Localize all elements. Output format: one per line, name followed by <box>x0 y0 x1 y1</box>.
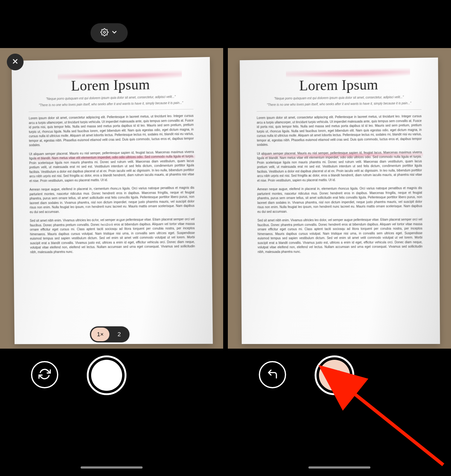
home-indicator[interactable] <box>308 466 370 469</box>
close-button[interactable] <box>7 54 24 70</box>
document-title: Lorem Ipsum <box>28 75 193 95</box>
document-page: Lorem Ipsum "Neque porro quisquam est qu… <box>240 58 440 344</box>
shutter-button[interactable] <box>87 355 126 395</box>
document-subtitle-2: "There is no one who loves pain itself, … <box>29 100 193 107</box>
document-subtitle-2: "There is no one who loves pain itself, … <box>257 101 422 107</box>
document-paragraph: Ut aliquam semper placerat. Mauris eu ni… <box>29 150 194 183</box>
retake-button[interactable] <box>31 361 58 388</box>
phone-right-review: Lorem Ipsum "Neque porro quisquam est qu… <box>228 0 451 474</box>
document-paragraph: Sed sit amet nibh enim. Vivamus ultricie… <box>257 217 422 254</box>
refresh-icon <box>38 368 51 381</box>
shutter-inner <box>91 360 122 391</box>
document-paragraph: Lorem ipsum dolor sit amet, consectetur … <box>29 114 194 148</box>
camera-preview[interactable]: Lorem Ipsum "Neque porro quisquam est qu… <box>0 48 223 349</box>
document-paragraph: Aenean neque augue, eleifend in placerat… <box>257 186 422 214</box>
undo-button[interactable] <box>259 361 286 388</box>
document-subtitle-1: "Neque porro quisquam est qui dolorem ip… <box>257 95 422 101</box>
zoom-option-1x[interactable]: 1× <box>91 328 109 341</box>
chevron-down-icon <box>111 29 118 37</box>
document-paragraph: Sed sit amet nibh enim. Vivamus ultricie… <box>30 217 195 254</box>
svg-point-0 <box>104 31 106 33</box>
check-icon <box>328 368 341 383</box>
document-divider <box>29 109 193 112</box>
home-indicator[interactable] <box>81 466 143 469</box>
camera-topbar <box>0 0 223 48</box>
settings-pill[interactable] <box>91 23 128 42</box>
review-bottombar <box>228 349 451 474</box>
document-subtitle-1: "Neque porro quisquam est qui dolorem ip… <box>29 94 193 101</box>
gear-icon <box>100 28 108 37</box>
zoom-selector[interactable]: 1× 2 <box>90 326 130 342</box>
document-paragraph: Aenean neque augue, eleifend in placerat… <box>29 186 195 214</box>
zoom-option-2x[interactable]: 2 <box>110 328 128 341</box>
confirm-inner <box>319 360 350 391</box>
confirm-button[interactable] <box>315 355 354 395</box>
phone-left-camera: Lorem Ipsum "Neque porro quisquam est qu… <box>0 0 223 474</box>
document-paragraph: Ut aliquam semper placerat. Mauris eu ni… <box>257 150 422 183</box>
undo-icon <box>267 368 278 381</box>
review-preview[interactable]: Lorem Ipsum "Neque porro quisquam est qu… <box>228 48 451 349</box>
screenshot-stage: Lorem Ipsum "Neque porro quisquam est qu… <box>0 0 451 476</box>
document-divider <box>257 109 422 112</box>
document-title: Lorem Ipsum <box>256 76 421 95</box>
document-paragraph: Lorem ipsum dolor sit amet, consectetur … <box>257 114 422 147</box>
review-topbar <box>228 0 451 48</box>
document-page: Lorem Ipsum "Neque porro quisquam est qu… <box>11 57 213 344</box>
camera-bottombar <box>0 349 223 474</box>
close-icon <box>11 58 19 66</box>
